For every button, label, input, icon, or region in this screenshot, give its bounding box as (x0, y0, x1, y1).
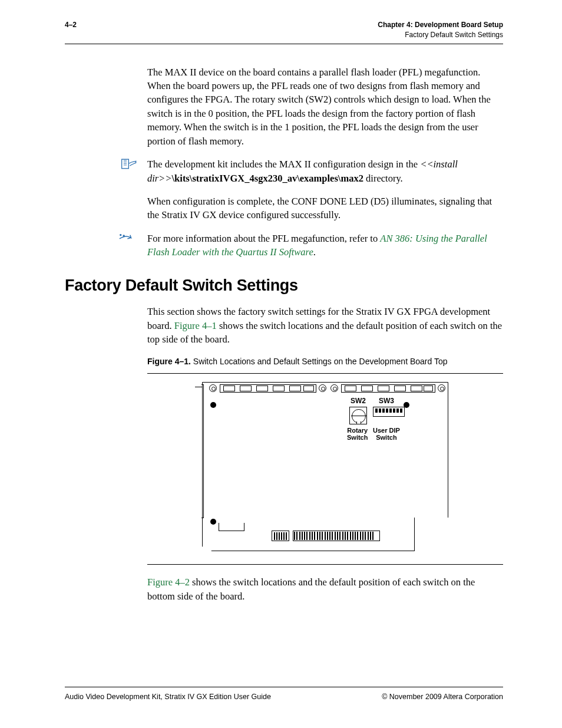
page-footer: Audio Video Development Kit, Stratix IV … (65, 687, 503, 703)
figure-caption-text: Switch Locations and Default Settings on… (193, 357, 448, 366)
page-header: 4–2 Chapter 4: Development Board Setup F… (65, 20, 503, 44)
link-figure-4-1[interactable]: Figure 4–1 (174, 320, 217, 331)
note2-text-b: . (313, 246, 316, 258)
after-figure-paragraph: Figure 4–2 shows the switch locations an… (147, 575, 503, 603)
link-figure-4-2[interactable]: Figure 4–2 (147, 577, 190, 588)
page-number: 4–2 (65, 20, 77, 30)
svg-point-1 (120, 234, 121, 236)
hand-pointing-icon (121, 159, 137, 169)
figure-caption: Figure 4–1. Switch Locations and Default… (147, 356, 503, 368)
dip-switch (373, 407, 405, 417)
body-paragraph-1: The MAX II device on the board contains … (147, 65, 503, 149)
note2-text-a: For more information about the PFL megaf… (147, 233, 380, 244)
sw3-sub1: User DIP (373, 427, 400, 434)
sw2-sub2: Switch (347, 434, 368, 441)
sw2-label: SW2 (351, 397, 366, 405)
section-crumb: Factory Default Switch Settings (378, 30, 503, 40)
figure-number: Figure 4–1. (147, 357, 191, 366)
section-intro: This section shows the factory switch se… (147, 305, 503, 346)
reference-arrow-icon (119, 233, 137, 241)
figure-4-1: SW2 Rotary Switch SW3 U (147, 373, 503, 565)
note1-path: \kits\stratixIVGX_4sgx230_av\examples\ma… (172, 173, 363, 184)
note1-text-d: directory. (363, 173, 403, 184)
note-tip: The development kit includes the MAX II … (65, 157, 503, 185)
board-diagram: SW2 Rotary Switch SW3 U (202, 378, 448, 551)
sw3-sub2: Switch (373, 434, 400, 441)
body-paragraph-2: When configuration is complete, the CONF… (147, 195, 503, 222)
note-reference: For more information about the PFL megaf… (65, 232, 503, 259)
footer-left: Audio Video Development Kit, Stratix IV … (65, 692, 271, 703)
footer-right: © November 2009 Altera Corporation (382, 692, 503, 703)
chapter-title: Chapter 4: Development Board Setup (378, 20, 503, 30)
section-heading: Factory Default Switch Settings (65, 275, 503, 297)
sw3-label: SW3 (379, 397, 394, 405)
sw2-sub1: Rotary (347, 427, 368, 434)
note1-text-a: The development kit includes the MAX II … (147, 159, 420, 170)
